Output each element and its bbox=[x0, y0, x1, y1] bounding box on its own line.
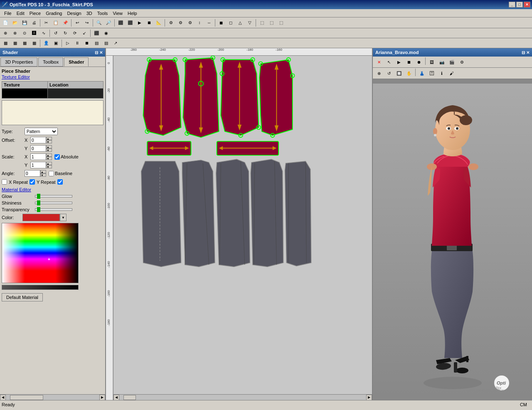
t23[interactable]: ⊙ bbox=[20, 29, 29, 38]
scale-y-down[interactable]: ▼ bbox=[46, 165, 52, 168]
model-rec-btn[interactable]: ⏺ bbox=[414, 57, 424, 67]
copy-btn[interactable]: 📋 bbox=[51, 18, 60, 27]
canvas-scroll-thumb[interactable] bbox=[123, 395, 136, 400]
t49[interactable]: ⏹ bbox=[82, 39, 91, 48]
tab-toolbox[interactable]: Toolbox bbox=[38, 57, 63, 67]
zoom-in-btn[interactable]: 🔍 bbox=[94, 18, 103, 27]
shader-scroll-left[interactable]: ◀ bbox=[0, 395, 6, 400]
color-swatch[interactable] bbox=[22, 214, 60, 221]
open-btn[interactable]: 📂 bbox=[10, 18, 20, 27]
skirt-piece-5[interactable] bbox=[285, 161, 311, 266]
scale-x-input[interactable] bbox=[30, 153, 46, 160]
model-brush-btn[interactable]: 🖌 bbox=[447, 69, 456, 78]
t44[interactable]: ▦ bbox=[30, 39, 39, 48]
offset-y-up[interactable]: ▲ bbox=[46, 145, 52, 148]
t47[interactable]: ▷ bbox=[63, 39, 72, 48]
t3[interactable]: ▶ bbox=[135, 18, 144, 27]
canvas-scroll-track[interactable] bbox=[119, 395, 366, 400]
t30[interactable]: ⬛ bbox=[92, 29, 101, 38]
t52[interactable]: ↗ bbox=[111, 39, 120, 48]
skirt-piece-4[interactable] bbox=[251, 159, 283, 267]
color-dropdown-btn[interactable]: ▼ bbox=[60, 214, 66, 221]
menu-file[interactable]: File bbox=[2, 10, 14, 17]
scale-y-input[interactable] bbox=[30, 162, 46, 168]
t46[interactable]: ▣ bbox=[51, 39, 60, 48]
shader-scroll-right[interactable]: ▶ bbox=[99, 395, 105, 400]
save-btn[interactable]: 💾 bbox=[20, 18, 29, 27]
t9[interactable]: ↕ bbox=[195, 18, 204, 27]
offset-x-down[interactable]: ▼ bbox=[46, 140, 52, 143]
shininess-thumb[interactable] bbox=[37, 200, 40, 205]
default-material-button[interactable]: Default Material bbox=[2, 293, 43, 301]
menu-piece[interactable]: Piece bbox=[27, 10, 44, 17]
glow-slider[interactable] bbox=[35, 195, 72, 198]
model-play-btn[interactable]: ▶ bbox=[394, 57, 404, 67]
texture-cell-1[interactable] bbox=[2, 89, 48, 99]
t14[interactable]: ▽ bbox=[245, 18, 254, 27]
t50[interactable]: ▤ bbox=[92, 39, 101, 48]
model-info-btn[interactable]: ℹ bbox=[437, 69, 446, 78]
angle-down[interactable]: ▼ bbox=[40, 173, 46, 177]
skirt-piece-1[interactable] bbox=[141, 161, 181, 267]
model-settings-btn[interactable]: ⚙ bbox=[457, 57, 466, 67]
location-cell-1[interactable] bbox=[48, 89, 103, 99]
absolute-checkbox[interactable] bbox=[54, 154, 60, 160]
model-rotate-btn[interactable]: ↺ bbox=[384, 69, 394, 78]
canvas-scroll-left[interactable]: ◀ bbox=[113, 395, 119, 400]
t28[interactable]: ⟳ bbox=[70, 29, 79, 38]
t26[interactable]: ↺ bbox=[51, 29, 60, 38]
tab-3d-properties[interactable]: 3D Properties bbox=[0, 57, 37, 67]
t31[interactable]: ◉ bbox=[101, 29, 111, 38]
new-btn[interactable]: 📄 bbox=[1, 18, 10, 27]
cut-btn[interactable]: ✂ bbox=[42, 18, 51, 27]
print-btn[interactable]: 🖨 bbox=[30, 18, 39, 27]
model-video-btn[interactable]: 🎬 bbox=[447, 57, 456, 67]
model-frame-btn[interactable]: 🖼 bbox=[427, 57, 436, 67]
menu-design[interactable]: Design bbox=[64, 10, 84, 17]
minimize-button[interactable]: _ bbox=[509, 2, 515, 7]
angle-input[interactable] bbox=[25, 170, 40, 177]
t2[interactable]: ⬛ bbox=[126, 18, 135, 27]
scale-x-down[interactable]: ▼ bbox=[46, 157, 52, 160]
t42[interactable]: ▦ bbox=[10, 39, 20, 48]
t15[interactable]: ⬚ bbox=[257, 18, 266, 27]
t51[interactable]: ▤ bbox=[101, 39, 111, 48]
y-repeat-checkbox[interactable] bbox=[30, 179, 35, 185]
model-move-btn[interactable]: ⊕ bbox=[374, 69, 384, 78]
t16[interactable]: ⬚ bbox=[267, 18, 276, 27]
paste-btn[interactable]: 📌 bbox=[61, 18, 70, 27]
tab-shader[interactable]: Shader bbox=[64, 57, 89, 67]
transparency-slider[interactable] bbox=[35, 208, 72, 211]
menu-tools[interactable]: Tools bbox=[95, 10, 111, 17]
t29[interactable]: ↙ bbox=[80, 29, 89, 38]
offset-x-input[interactable] bbox=[30, 137, 46, 143]
t13[interactable]: △ bbox=[236, 18, 245, 27]
t43[interactable]: ▦ bbox=[20, 39, 29, 48]
model-pin[interactable]: ⊟ ✕ bbox=[522, 50, 530, 55]
redo-btn[interactable]: ↪ bbox=[82, 18, 91, 27]
material-editor-link[interactable]: Material Editor bbox=[2, 187, 103, 192]
t25[interactable]: ∿ bbox=[39, 29, 48, 38]
pattern-piece-4[interactable] bbox=[259, 60, 292, 136]
model-stop-btn[interactable]: ✕ bbox=[374, 57, 384, 67]
t6[interactable]: ⚙ bbox=[166, 18, 175, 27]
menu-help[interactable]: Help bbox=[125, 10, 140, 17]
zoom-out-btn[interactable]: 🔎 bbox=[104, 18, 113, 27]
t11[interactable]: ◼ bbox=[217, 18, 226, 27]
undo-btn[interactable]: ↩ bbox=[73, 18, 82, 27]
texture-editor-link[interactable]: Texture Editor bbox=[2, 74, 103, 79]
maximize-button[interactable]: □ bbox=[516, 2, 523, 7]
angle-up[interactable]: ▲ bbox=[40, 170, 46, 173]
offset-y-input[interactable] bbox=[30, 145, 46, 152]
baseline-checkbox[interactable] bbox=[49, 171, 54, 176]
color-picker-black-bar[interactable] bbox=[2, 285, 79, 290]
repeat-check3[interactable] bbox=[57, 179, 63, 185]
t4[interactable]: ⏹ bbox=[145, 18, 154, 27]
canvas-viewport[interactable] bbox=[113, 56, 372, 394]
texture-row-1[interactable] bbox=[2, 89, 103, 99]
t7[interactable]: ⚙ bbox=[176, 18, 185, 27]
model-zoom-btn[interactable]: 🔲 bbox=[394, 69, 404, 78]
menu-edit[interactable]: Edit bbox=[14, 10, 27, 17]
t48[interactable]: ⏸ bbox=[73, 39, 82, 48]
t12[interactable]: ◻ bbox=[226, 18, 235, 27]
